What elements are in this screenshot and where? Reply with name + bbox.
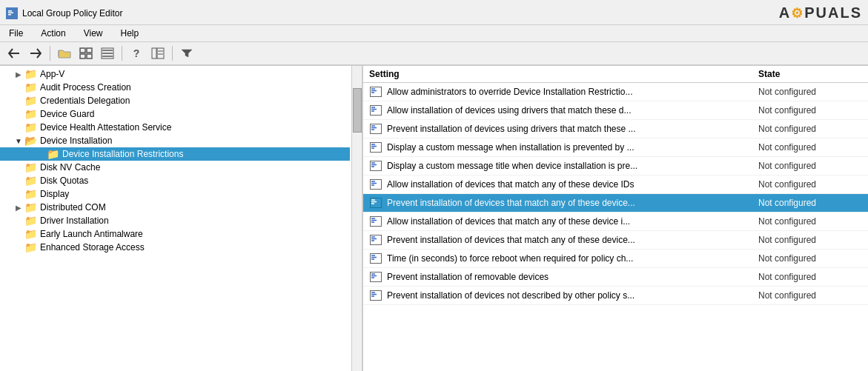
settings-row-s8[interactable]: Allow installation of devices that match… (363, 213, 868, 231)
forward-button[interactable] (26, 44, 45, 62)
svg-rect-8 (80, 54, 85, 59)
toolbar: ? (0, 42, 868, 66)
svg-rect-7 (87, 48, 92, 53)
tree-item-distributedcom[interactable]: ▶ 📁 Distributed COM (0, 201, 350, 214)
tree-label-earlylaunchar: Early Launch Antimalware (40, 229, 143, 239)
row-text-s4: Display a custom message when installati… (387, 142, 758, 153)
tree-item-deviceinstall[interactable]: ▼ 📂 Device Installation (0, 134, 350, 147)
svg-rect-14 (152, 48, 156, 59)
tree-label-deviceinstall: Device Installation (40, 136, 112, 146)
row-state-s12: Not configured (758, 290, 862, 301)
policy-icon-s12 (369, 289, 382, 302)
settings-row-s9[interactable]: Prevent installation of devices that mat… (363, 231, 868, 250)
settings-row-s10[interactable]: Time (in seconds) to force reboot when r… (363, 250, 868, 268)
settings-row-s2[interactable]: Allow installation of devices using driv… (363, 101, 868, 120)
settings-row-s1[interactable]: Allow administrators to override Device … (363, 83, 868, 101)
tree-panel: ▶ 📁 App-V 📁 Audit Process Creation 📁 Cre… (0, 66, 363, 371)
row-state-s6: Not configured (758, 179, 862, 190)
tree-label-distributedcom: Distributed COM (40, 202, 106, 213)
settings-row-s7[interactable]: Prevent installation of devices that mat… (363, 194, 868, 213)
title-bar: Local Group Policy Editor A⚙PUALS (0, 0, 868, 25)
list-button[interactable] (98, 44, 117, 62)
tree-item-diskquotas[interactable]: 📁 Disk Quotas (0, 174, 350, 187)
svg-rect-15 (157, 48, 164, 59)
folder-button[interactable] (55, 44, 74, 62)
row-state-s10: Not configured (758, 253, 862, 264)
row-text-s11: Prevent installation of removable device… (387, 272, 758, 282)
policy-icon-s9 (369, 233, 382, 247)
settings-row-s11[interactable]: Prevent installation of removable device… (363, 268, 868, 287)
folder-icon-credentials: 📁 (24, 96, 37, 106)
menu-bar: File Action View Help (0, 25, 868, 42)
tree-label-dir: Device Installation Restrictions (62, 149, 183, 159)
settings-row-s5[interactable]: Display a custom message title when devi… (363, 157, 868, 176)
tree-item-devicehealth[interactable]: 📁 Device Health Attestation Service (0, 121, 350, 134)
policy-icon-s11 (369, 270, 382, 284)
tree-item-earlylaunchar[interactable]: 📁 Early Launch Antimalware (0, 227, 350, 241)
settings-list: Allow administrators to override Device … (363, 83, 868, 371)
row-state-s4: Not configured (758, 142, 862, 153)
grid-button[interactable] (76, 44, 96, 62)
tree-label-appv: App-V (40, 69, 64, 79)
tree-toggle-deviceinstall[interactable]: ▼ (13, 137, 24, 145)
folder-icon-driverinstall: 📁 (24, 215, 37, 226)
row-state-s5: Not configured (758, 161, 862, 171)
row-state-s9: Not configured (758, 235, 862, 245)
svg-rect-9 (87, 54, 92, 59)
menu-view[interactable]: View (81, 27, 106, 40)
tree-label-credentials: Credentials Delegation (40, 96, 130, 106)
tree-toggle-appv[interactable]: ▶ (13, 70, 24, 78)
tree-item-disknv[interactable]: 📁 Disk NV Cache (0, 161, 350, 174)
row-state-s8: Not configured (758, 216, 862, 227)
toolbar-separator-1 (50, 46, 50, 61)
tree-item-display[interactable]: 📁 Display (0, 187, 350, 201)
menu-action[interactable]: Action (38, 27, 68, 40)
folder-icon-appv: 📁 (24, 69, 37, 79)
settings-row-s12[interactable]: Prevent installation of devices not desc… (363, 287, 868, 305)
tree-item-audit[interactable]: 📁 Audit Process Creation (0, 81, 350, 94)
folder-icon-dir: 📁 (46, 149, 59, 159)
row-text-s7: Prevent installation of devices that mat… (387, 198, 758, 208)
settings-row-s6[interactable]: Allow installation of devices that match… (363, 176, 868, 194)
tree-scrollbar[interactable] (351, 66, 362, 371)
tree-label-driverinstall: Driver Installation (40, 215, 109, 226)
header-setting: Setting (369, 69, 758, 79)
menu-help[interactable]: Help (118, 27, 142, 40)
policy-icon-s4 (369, 141, 382, 154)
policy-icon-s2 (369, 104, 382, 117)
tree-scrollbar-thumb[interactable] (353, 88, 362, 133)
row-text-s2: Allow installation of devices using driv… (387, 105, 758, 116)
policy-icon-s7 (369, 196, 382, 210)
tree-item-deviceguard[interactable]: 📁 Device Guard (0, 107, 350, 121)
tree-label-audit: Audit Process Creation (40, 82, 131, 93)
settings-row-s3[interactable]: Prevent installation of devices using dr… (363, 120, 868, 138)
menu-file[interactable]: File (6, 27, 26, 40)
settings-row-s4[interactable]: Display a custom message when installati… (363, 138, 868, 157)
row-text-s12: Prevent installation of devices not desc… (387, 290, 758, 301)
tree-label-devicehealth: Device Health Attestation Service (40, 122, 171, 133)
tree-item-deviceinstallrestrictions[interactable]: 📁 Device Installation Restrictions (0, 147, 350, 161)
tree-item-enhancedstorage[interactable]: 📁 Enhanced Storage Access (0, 241, 350, 254)
header-state: State (758, 69, 862, 79)
svg-rect-2 (8, 12, 13, 13)
policy-icon-s3 (369, 122, 382, 136)
row-text-s1: Allow administrators to override Device … (387, 87, 758, 97)
tree-item-appv[interactable]: ▶ 📁 App-V (0, 67, 350, 81)
extended-view-button[interactable] (148, 44, 168, 62)
back-button[interactable] (4, 44, 24, 62)
policy-icon-s10 (369, 252, 382, 265)
tree-toggle-distributedcom[interactable]: ▶ (13, 204, 24, 212)
tree-item-credentials[interactable]: 📁 Credentials Delegation (0, 94, 350, 107)
svg-rect-1 (8, 10, 12, 12)
policy-icon-s6 (369, 178, 382, 191)
tree-label-diskquotas: Disk Quotas (40, 176, 88, 186)
folder-icon-display: 📁 (24, 189, 37, 199)
row-state-s3: Not configured (758, 124, 862, 134)
settings-header: Setting State (363, 66, 868, 83)
row-text-s10: Time (in seconds) to force reboot when r… (387, 253, 758, 264)
policy-icon-s5 (369, 159, 382, 173)
help-button[interactable]: ? (127, 44, 146, 62)
row-state-s1: Not configured (758, 87, 862, 97)
filter-button[interactable] (177, 44, 196, 62)
tree-item-driverinstall[interactable]: 📁 Driver Installation (0, 214, 350, 227)
